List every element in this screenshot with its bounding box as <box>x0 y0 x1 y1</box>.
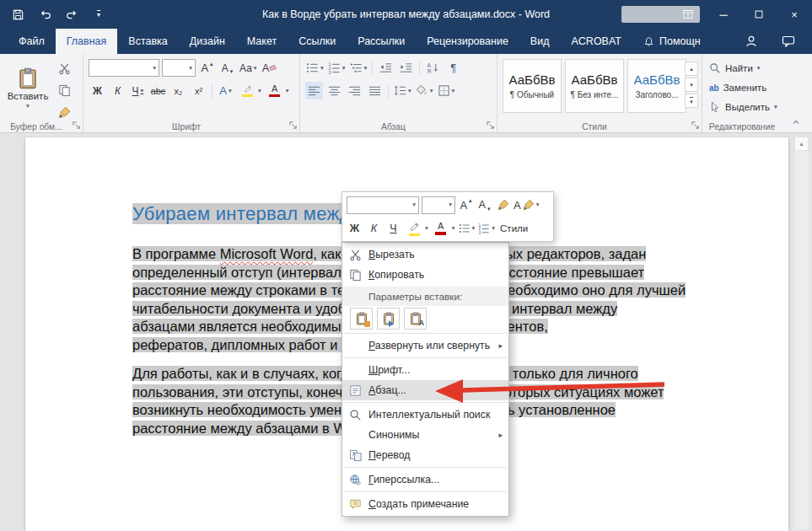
sort-button[interactable] <box>424 59 442 77</box>
borders-button[interactable]: ▾ <box>437 82 456 99</box>
dialog-launcher-icon[interactable] <box>72 121 81 130</box>
numbering-button[interactable]: ▾ <box>327 59 347 77</box>
style-card-heading1[interactable]: АаБбВв Заголово... <box>627 59 686 113</box>
tab-assistant[interactable]: Помощн <box>632 29 712 54</box>
mini-underline-button[interactable]: Ч <box>385 219 401 238</box>
align-right-button[interactable] <box>346 82 363 99</box>
mini-italic-button[interactable]: К <box>366 219 382 238</box>
change-case-button[interactable]: Аа▾ <box>239 59 258 77</box>
multilevel-list-button[interactable]: ▾ <box>349 59 368 77</box>
dialog-launcher-icon[interactable] <box>486 121 495 130</box>
menu-item-copy[interactable]: Копировать <box>342 265 508 285</box>
minimize-button[interactable]: ─ <box>706 0 741 29</box>
replace-button[interactable]: abЗаменить <box>709 79 777 96</box>
mini-highlight-color-button[interactable]: ▾ <box>405 219 428 238</box>
dialog-launcher-icon[interactable] <box>288 121 298 130</box>
text-effects-button[interactable]: А▾ <box>217 82 234 99</box>
styles-gallery-more-button[interactable]: ▾ <box>685 94 698 108</box>
style-card-no-spacing[interactable]: АаБбВв ¶ Без инте... <box>565 59 624 113</box>
superscript-button[interactable]: х² <box>190 82 207 99</box>
font-size-select[interactable]: ▾ <box>162 59 196 77</box>
mini-styles-label[interactable]: Стили <box>500 223 528 233</box>
mini-font-size-select[interactable]: ▾ <box>422 196 455 214</box>
tab-references[interactable]: Ссылки <box>288 29 347 54</box>
customize-quick-access-button[interactable]: ▾ <box>91 7 106 22</box>
paste-keep-source-formatting-button[interactable] <box>350 308 373 330</box>
redo-button[interactable] <box>64 7 79 22</box>
mini-shrink-font-button[interactable]: А▾ <box>476 196 492 214</box>
increase-indent-button[interactable] <box>397 59 415 77</box>
font-name-select[interactable]: ▾ <box>89 59 159 77</box>
ribbon-display-options-button[interactable] <box>670 0 706 29</box>
bold-button[interactable]: Ж <box>89 82 106 99</box>
mini-styles-button[interactable]: А▾ <box>514 196 539 214</box>
style-card-normal[interactable]: АаБбВв ¶ Обычный <box>503 59 562 113</box>
chevron-down-icon: ▾ <box>449 201 452 208</box>
tab-mailings[interactable]: Рассылки <box>347 29 416 54</box>
align-center-button[interactable] <box>325 82 343 99</box>
subscript-button[interactable]: х₂ <box>169 82 187 99</box>
font-color-button[interactable]: А▾ <box>265 82 290 99</box>
highlight-color-button[interactable]: ▾ <box>237 82 262 99</box>
copy-button[interactable] <box>56 82 73 99</box>
tab-layout[interactable]: Макет <box>236 29 288 54</box>
bullets-button[interactable]: ▾ <box>305 59 325 77</box>
select-button[interactable]: Выделить▾ <box>709 99 777 115</box>
mini-numbering-button[interactable]: ▾ <box>478 219 495 238</box>
menu-item-translate[interactable]: Перевод <box>342 445 508 465</box>
shading-button[interactable]: ▾ <box>415 82 434 99</box>
save-button[interactable] <box>10 7 25 22</box>
menu-item-expand-collapse[interactable]: Развернуть или свернуть▸ <box>342 335 508 356</box>
dialog-launcher-icon[interactable] <box>691 121 700 130</box>
decrease-indent-button[interactable] <box>377 59 395 77</box>
mini-bold-button[interactable]: Ж <box>347 219 363 238</box>
menu-item-cut[interactable]: Вырезать <box>342 244 508 265</box>
styles-scroll-down-button[interactable]: ▾ <box>685 78 698 92</box>
grow-font-button[interactable]: А▴ <box>198 59 216 77</box>
scroll-up-button[interactable]: ▴ <box>794 137 809 151</box>
tab-design[interactable]: Дизайн <box>179 29 236 54</box>
paste-button[interactable]: Вставить ▾ <box>6 57 50 120</box>
italic-button[interactable]: К <box>109 82 126 99</box>
divider <box>212 83 212 99</box>
format-painter-button[interactable] <box>56 104 73 121</box>
menu-item-paragraph[interactable]: Абзац... <box>342 380 508 400</box>
menu-item-synonyms[interactable]: Синонимы▸ <box>342 425 508 445</box>
maximize-button[interactable] <box>741 0 777 29</box>
strikethrough-button[interactable]: abc <box>149 82 167 99</box>
menu-item-hyperlink[interactable]: Гиперссылка... <box>342 469 508 490</box>
menu-item-smart-lookup[interactable]: Интеллектуальный поиск <box>342 405 508 425</box>
show-formatting-marks-button[interactable]: ¶ <box>444 59 462 77</box>
line-spacing-button[interactable]: ▾ <box>393 82 412 99</box>
tab-view[interactable]: Вид <box>519 29 561 54</box>
menu-item-new-comment[interactable]: Создать примечание <box>342 494 508 514</box>
menu-item-font[interactable]: Шрифт... <box>342 360 508 380</box>
tab-file[interactable]: Файл <box>8 29 56 54</box>
paste-merge-formatting-button[interactable] <box>377 308 400 330</box>
shrink-font-button[interactable]: А▾ <box>218 59 236 77</box>
mini-font-color-button[interactable]: А▾ <box>432 219 455 238</box>
account-button[interactable] <box>745 35 758 48</box>
tab-acrobat[interactable]: ACROBAT <box>560 29 632 54</box>
find-button[interactable]: Найти▾ <box>709 60 777 77</box>
styles-scroll-up-button[interactable]: ▴ <box>685 62 698 76</box>
underline-button[interactable]: Ч▾ <box>129 82 147 99</box>
tab-review[interactable]: Рецензирование <box>416 29 519 54</box>
vertical-scrollbar[interactable]: ▴ <box>794 137 809 529</box>
mini-font-name-select[interactable]: ▾ <box>347 196 419 214</box>
mini-bullets-button[interactable]: ▾ <box>459 219 476 238</box>
align-left-button[interactable] <box>305 82 323 99</box>
clear-formatting-button[interactable]: А <box>261 59 278 77</box>
chevron-down-icon: ▾ <box>408 88 411 94</box>
tab-home[interactable]: Главная <box>56 29 118 54</box>
comments-button[interactable] <box>782 35 795 48</box>
collapse-ribbon-button[interactable] <box>790 117 805 129</box>
undo-button[interactable] <box>37 7 52 22</box>
justify-button[interactable] <box>366 82 384 99</box>
close-button[interactable]: × <box>777 0 812 29</box>
tab-insert[interactable]: Вставка <box>117 29 178 54</box>
cut-button[interactable] <box>56 60 73 78</box>
paste-keep-text-only-button[interactable]: А <box>404 308 427 330</box>
mini-format-painter-button[interactable] <box>495 196 511 214</box>
mini-grow-font-button[interactable]: А▴ <box>458 196 474 214</box>
